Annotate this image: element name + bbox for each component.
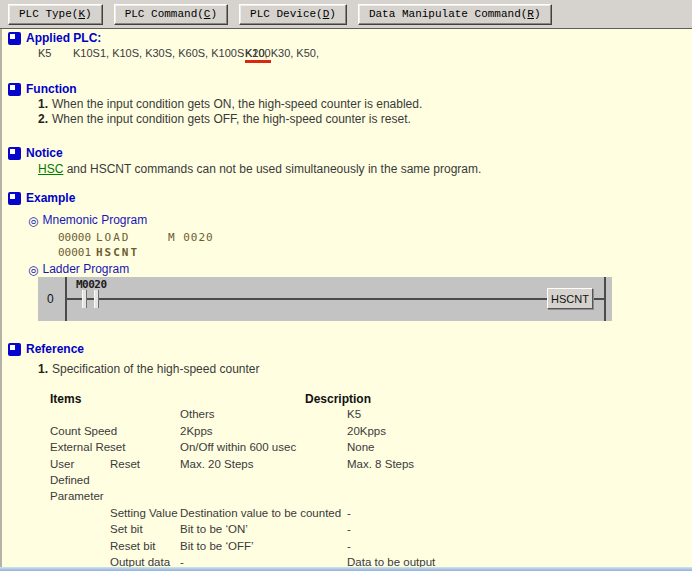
spec-cell: Max. 8 Steps	[347, 458, 414, 470]
button-label-post: )	[85, 8, 92, 20]
table-row: External ResetOn/Off within 600 usecNone	[0, 441, 692, 456]
button-access-key: R	[527, 8, 534, 20]
spec-cell: Defined	[50, 474, 90, 486]
notice-text: HSC and HSCNT commands can not be used s…	[38, 162, 481, 176]
button-label-post: )	[210, 8, 217, 20]
mnemonic-code-line: 00001 HSCNT	[58, 246, 318, 259]
contact-bar-icon	[82, 290, 87, 308]
bottom-window-edge	[0, 567, 692, 571]
toolbar: PLC Type(K) PLC Command(C) PLC Device(D)…	[0, 0, 692, 29]
function-heading: Function	[8, 82, 77, 96]
list-number: 1.	[38, 362, 48, 376]
header-items: Items	[50, 392, 81, 406]
spec-cell: -	[347, 507, 351, 519]
table-row: Parameter	[0, 490, 692, 505]
header-description: Description	[305, 392, 371, 406]
ladder-rung-line	[65, 298, 606, 300]
applied-plc-heading: Applied PLC:	[8, 31, 101, 45]
table-row: Setting ValueDestination value to be cou…	[0, 507, 692, 522]
plc-command-button[interactable]: PLC Command(C)	[114, 4, 228, 25]
reference-heading: Reference	[8, 342, 84, 356]
function-item-2: 2.When the input condition gets OFF, the…	[38, 112, 411, 126]
table-row: Set bitBit to be ‘ON’-	[0, 523, 692, 538]
list-number: 1.	[38, 97, 48, 111]
notice-rest-text: and HSCNT commands can not be used simul…	[63, 162, 481, 176]
mnemonic-program-label: ◎ Mnemonic Program	[28, 214, 147, 227]
section-title: Function	[26, 82, 77, 96]
blue-square-bullet-icon	[8, 343, 21, 356]
contact-label: M0020	[76, 278, 107, 291]
blue-square-bullet-icon	[8, 147, 21, 160]
section-title: Notice	[26, 146, 63, 160]
spec-cell: Destination value to be counted	[180, 507, 341, 519]
hscnt-output-box: HSCNT	[547, 288, 593, 309]
plc-k200-highlighted: K200	[245, 47, 271, 63]
table-row: UserResetMax. 20 StepsMax. 8 Steps	[0, 458, 692, 473]
double-circle-icon: ◎	[28, 215, 38, 227]
spec-cell: Reset	[110, 458, 140, 470]
spec-cell: External Reset	[50, 441, 125, 453]
plc-group-1: K5	[38, 47, 51, 59]
spec-table-header: Items Description	[0, 392, 692, 407]
function-item-1: 1.When the input condition gets ON, the …	[38, 97, 422, 111]
ladder-program-label: ◎ Ladder Program	[28, 263, 129, 276]
hsc-link[interactable]: HSC	[38, 162, 63, 176]
plc-device-button[interactable]: PLC Device(D)	[239, 4, 347, 25]
button-label-post: )	[329, 8, 336, 20]
sub-label-text: Ladder Program	[42, 263, 129, 276]
button-label-pre: PLC Device(	[250, 8, 323, 20]
applied-plc-list: K5 K10S1, K10S, K30S, K60S, K100S K10, K…	[0, 47, 692, 63]
blue-square-bullet-icon	[8, 83, 21, 96]
rung-number: 0	[47, 292, 54, 306]
table-row: Reset bitBit to be ‘OFF’-	[0, 540, 692, 555]
mnemonic-code-line: 00000 LOAD M 0020	[58, 231, 318, 244]
spec-cell: Setting Value	[110, 507, 178, 519]
example-heading: Example	[8, 191, 75, 205]
plc-type-button[interactable]: PLC Type(K)	[8, 4, 103, 25]
spec-cell: Set bit	[110, 523, 143, 535]
section-title: Example	[26, 191, 75, 205]
spec-cell: Others	[180, 408, 215, 420]
list-text: When the input condition gets ON, the hi…	[52, 97, 422, 111]
button-label-pre: PLC Command(	[125, 8, 204, 20]
spec-cell: 2Kpps	[180, 425, 213, 437]
list-number: 2.	[38, 112, 48, 126]
spec-cell: -	[347, 523, 351, 535]
spec-cell: K5	[347, 408, 361, 420]
spec-cell: User	[50, 458, 74, 470]
spec-cell: Parameter	[50, 490, 104, 502]
code-opcode: HSCNT	[96, 246, 139, 259]
spec-cell: 20Kpps	[347, 425, 386, 437]
code-address: 00001	[58, 246, 91, 259]
code-opcode: LOAD	[96, 231, 131, 244]
contact-bar-icon	[94, 290, 99, 308]
spec-cell: Count Speed	[50, 425, 117, 437]
ladder-diagram: 0 M0020 HSCNT	[38, 277, 612, 321]
plc-help-window: PLC Type(K) PLC Command(C) PLC Device(D)…	[0, 0, 692, 571]
notice-heading: Notice	[8, 146, 63, 160]
blue-square-bullet-icon	[8, 192, 21, 205]
spec-cell: Reset bit	[110, 540, 155, 552]
ladder-right-rail	[604, 277, 606, 321]
button-label-post: )	[534, 8, 541, 20]
button-label-pre: PLC Type(	[19, 8, 78, 20]
code-operand: M 0020	[168, 231, 214, 244]
blue-square-bullet-icon	[8, 32, 21, 45]
spec-cell: Bit to be ‘ON’	[180, 523, 248, 535]
list-text: Specification of the high-speed counter	[52, 362, 259, 376]
reference-item: 1.Specification of the high-speed counte…	[38, 362, 259, 376]
sub-label-text: Mnemonic Program	[42, 214, 147, 227]
button-label-pre: Data Manipulate Command(	[369, 8, 527, 20]
list-text: When the input condition gets OFF, the h…	[52, 112, 411, 126]
plc-group-2: K10S1, K10S, K30S, K60S, K100S	[73, 47, 244, 59]
spec-cell: Bit to be ‘OFF’	[180, 540, 254, 552]
table-row: Count Speed2Kpps20Kpps	[0, 425, 692, 440]
data-manipulate-command-button[interactable]: Data Manipulate Command(R)	[358, 4, 552, 25]
section-title: Reference	[26, 342, 84, 356]
spec-cell: Max. 20 Steps	[180, 458, 254, 470]
spec-cell: -	[347, 540, 351, 552]
spec-cell: None	[347, 441, 375, 453]
table-row: OthersK5	[0, 408, 692, 423]
spec-cell: On/Off within 600 usec	[180, 441, 296, 453]
code-address: 00000	[58, 231, 91, 244]
